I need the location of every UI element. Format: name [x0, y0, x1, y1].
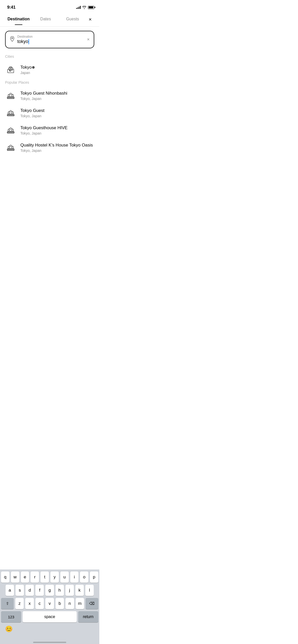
close-button[interactable]: × — [86, 15, 94, 23]
place-icon-1 — [5, 107, 16, 119]
place-name-0: Tokyo Guest Nihonbashi — [20, 91, 94, 96]
battery-icon — [88, 6, 94, 9]
place-item-0[interactable]: Tokyo Guest Nihonbashi Tokyo, Japan — [0, 87, 99, 104]
place-item-3[interactable]: Quality Hostel K's House Tokyo Oasis Tok… — [0, 139, 99, 156]
place-sub-1: Tokyo, Japan — [20, 114, 94, 118]
cities-section-header: Cities — [0, 52, 99, 61]
svg-rect-21 — [11, 130, 12, 131]
place-sub-2: Tokyo, Japan — [20, 131, 94, 135]
svg-point-0 — [12, 38, 13, 39]
city-item-tokyo[interactable]: Tokyo Japan — [0, 61, 99, 78]
svg-rect-25 — [9, 147, 10, 148]
svg-rect-19 — [7, 132, 15, 133]
search-box[interactable]: Destination tokyo × — [5, 31, 94, 48]
svg-rect-15 — [9, 113, 10, 113]
place-text-3: Quality Hostel K's House Tokyo Oasis Tok… — [20, 142, 94, 153]
place-text-1: Tokyo Guest Tokyo, Japan — [20, 108, 94, 118]
city-icon — [5, 64, 16, 75]
city-sub: Japan — [20, 71, 94, 75]
svg-rect-10 — [9, 95, 10, 96]
search-content: Destination tokyo — [17, 35, 84, 44]
tab-dates[interactable]: Dates — [32, 17, 59, 25]
search-value: tokyo — [17, 39, 84, 44]
place-icon-0 — [5, 90, 16, 101]
svg-rect-11 — [11, 95, 12, 96]
place-name-2: Tokyo Guesthouse HIVE — [20, 125, 94, 131]
place-sub-3: Tokyo, Japan — [20, 149, 94, 153]
text-cursor — [29, 39, 29, 44]
svg-rect-14 — [7, 115, 15, 115]
tab-destination[interactable]: Destination — [5, 17, 32, 25]
place-name-1: Tokyo Guest — [20, 108, 94, 113]
svg-rect-6 — [9, 70, 10, 71]
svg-rect-20 — [9, 130, 10, 131]
svg-rect-9 — [7, 98, 15, 98]
signal-icon — [76, 6, 81, 9]
place-icon-2 — [5, 125, 16, 136]
place-icon-3 — [5, 142, 16, 153]
svg-rect-24 — [7, 150, 15, 150]
city-name: Tokyo — [20, 65, 94, 70]
tab-navigation: Destination Dates Guests × — [0, 13, 99, 27]
cursor-dot — [32, 66, 35, 69]
clear-search-button[interactable]: × — [87, 37, 90, 42]
search-label: Destination — [17, 35, 84, 38]
svg-rect-5 — [11, 70, 12, 71]
place-name-3: Quality Hostel K's House Tokyo Oasis — [20, 142, 94, 148]
svg-rect-16 — [11, 113, 12, 113]
place-item-1[interactable]: Tokyo Guest Tokyo, Japan — [0, 104, 99, 122]
search-container: Destination tokyo × — [0, 27, 99, 52]
status-icons — [76, 6, 94, 9]
svg-rect-2 — [9, 68, 13, 70]
popular-places-section-header: Popular Places — [0, 78, 99, 87]
location-pin-icon — [10, 36, 15, 43]
place-text-0: Tokyo Guest Nihonbashi Tokyo, Japan — [20, 91, 94, 101]
city-text: Tokyo Japan — [20, 65, 94, 75]
svg-rect-3 — [10, 67, 12, 68]
place-sub-0: Tokyo, Japan — [20, 97, 94, 101]
status-bar: 9:41 — [0, 0, 99, 13]
tab-guests[interactable]: Guests — [59, 17, 86, 25]
place-item-2[interactable]: Tokyo Guesthouse HIVE Tokyo, Japan — [0, 122, 99, 139]
status-time: 9:41 — [7, 5, 16, 10]
place-text-2: Tokyo Guesthouse HIVE Tokyo, Japan — [20, 125, 94, 135]
svg-rect-26 — [11, 147, 12, 148]
wifi-icon — [82, 6, 86, 9]
